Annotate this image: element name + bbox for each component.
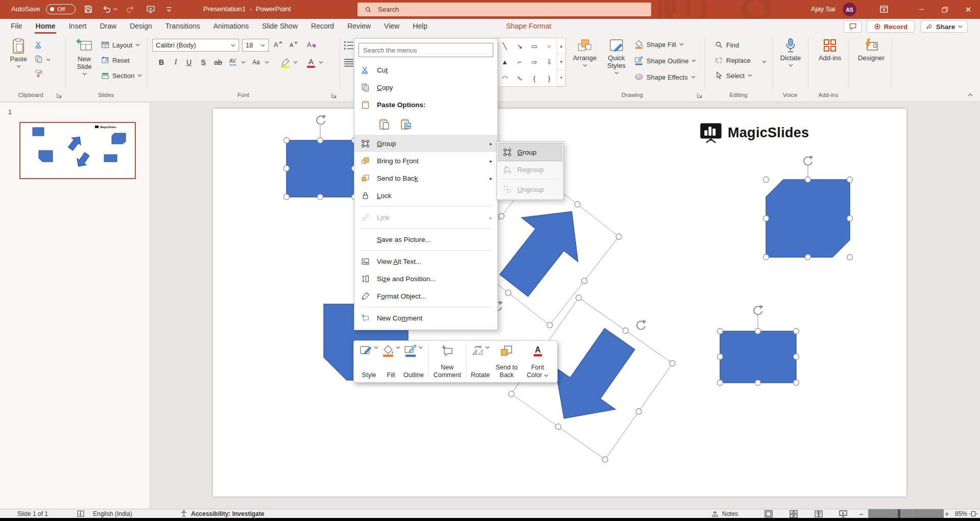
rotate-handle-icon[interactable] [754, 305, 763, 314]
font-name-select[interactable]: Calibri (Body) [152, 39, 239, 52]
rotate-handle-icon[interactable] [637, 320, 646, 329]
new-slide-button[interactable]: New Slide [70, 38, 98, 76]
user-name[interactable]: Ajay Sai [811, 5, 835, 13]
search-input[interactable]: Search [357, 3, 651, 16]
shape-gallery-item-4[interactable]: ▲ [497, 54, 512, 70]
tab-home[interactable]: Home [29, 19, 62, 34]
font-color-button[interactable]: A [305, 57, 317, 68]
character-spacing-button[interactable]: AV [229, 58, 239, 66]
submenu-item-regroup[interactable]: Regroup [498, 161, 562, 178]
section-button[interactable]: Section [101, 71, 142, 80]
rotate-handle-icon[interactable] [804, 156, 813, 165]
tab-help[interactable]: Help [406, 19, 434, 34]
restore-button[interactable] [933, 0, 957, 19]
tab-draw[interactable]: Draw [93, 19, 123, 34]
close-button[interactable]: ✕ [957, 0, 980, 19]
reset-button[interactable]: Reset [101, 56, 130, 64]
submenu-item-ungroup[interactable]: Ungroup [498, 181, 562, 198]
slide-thumbnail[interactable]: MagicSlides [19, 122, 136, 179]
menu-item-save-as-picture[interactable]: Save as Picture... [354, 231, 497, 248]
gallery-more-icon[interactable]: ▾ [557, 70, 565, 86]
menu-item-paste-options[interactable]: Paste Options: [354, 96, 497, 113]
text-highlight-button[interactable] [280, 57, 291, 68]
quick-styles-button[interactable]: Quick Styles [602, 38, 631, 75]
normal-view-button[interactable] [764, 509, 773, 518]
paste-picture-button[interactable] [398, 117, 413, 131]
rotate-handle-icon[interactable] [317, 115, 326, 124]
menu-item-bring-to-front[interactable]: Bring to Front▸ [354, 152, 497, 169]
shape-fill-button[interactable]: Shape Fill [634, 40, 684, 49]
select-button[interactable]: Select [715, 71, 752, 80]
gallery-up-icon[interactable]: ▲ [557, 38, 565, 54]
undo-icon[interactable] [102, 5, 111, 14]
zoom-level[interactable]: 85% [955, 509, 967, 518]
shape-outline-button[interactable]: Shape Outline [634, 56, 696, 65]
dictate-button[interactable]: Dictate [777, 38, 804, 67]
start-slideshow-icon[interactable] [146, 5, 155, 14]
replace-chevron-icon[interactable] [762, 60, 767, 63]
shape-gallery-item-7[interactable]: ⇩ [542, 54, 557, 70]
minimize-button[interactable] [910, 0, 933, 19]
tab-insert[interactable]: Insert [62, 19, 93, 34]
zoom-slider-thumb[interactable] [898, 509, 900, 518]
text-shadow-button[interactable]: S [198, 56, 208, 68]
zoom-slider-track[interactable] [868, 509, 944, 518]
comments-button[interactable] [844, 20, 862, 33]
arrange-button[interactable]: Arrange [571, 38, 599, 67]
mini-toolbar-outline-button[interactable]: Outline [402, 343, 425, 380]
strikethrough-button[interactable]: ab [211, 56, 225, 68]
mini-toolbar-style-button[interactable]: Style [358, 343, 380, 380]
change-case-button[interactable]: Aa [252, 58, 262, 66]
tab-shape-format[interactable]: Shape Format [499, 19, 558, 34]
menu-item-cut[interactable]: Cut [354, 61, 497, 79]
tab-transitions[interactable]: Transitions [159, 19, 207, 34]
bold-button[interactable]: B [156, 56, 166, 68]
record-button[interactable]: Record [867, 20, 915, 33]
shape-gallery-item-9[interactable]: ∿ [512, 70, 527, 86]
menu-search-input[interactable] [358, 43, 493, 57]
tab-animations[interactable]: Animations [207, 19, 255, 34]
menu-item-lock[interactable]: Lock [354, 187, 497, 204]
shape-gallery-item-6[interactable]: ⇨ [527, 54, 542, 70]
format-painter-button[interactable] [35, 69, 43, 78]
mini-toolbar-new-comment-button[interactable]: New Comment [432, 343, 463, 380]
cut-button[interactable] [35, 41, 43, 49]
zoom-out-button[interactable]: − [859, 509, 864, 518]
slide-indicator[interactable]: Slide 1 of 1 [17, 509, 48, 518]
tab-design[interactable]: Design [123, 19, 159, 34]
mini-toolbar-fill-button[interactable]: Fill [380, 343, 402, 380]
save-icon[interactable] [84, 5, 93, 14]
menu-item-format-object[interactable]: Format Object... [354, 287, 497, 305]
reading-view-button[interactable] [814, 509, 823, 518]
copy-chevron-icon[interactable] [46, 58, 51, 61]
menu-item-send-to-back[interactable]: Send to Back▸ [354, 169, 497, 187]
layout-button[interactable]: Layout [101, 41, 140, 49]
copy-button[interactable] [35, 55, 43, 63]
shape-gallery-item-0[interactable]: ╲ [497, 38, 512, 54]
font-dialog-launcher-icon[interactable] [331, 92, 337, 98]
fit-to-window-button[interactable] [969, 509, 977, 518]
mini-toolbar-font-color-button[interactable]: AFont Color [522, 343, 553, 380]
shape-gallery-item-1[interactable]: ↘ [512, 38, 527, 54]
paste-keep-source-button[interactable] [377, 117, 391, 131]
slide-sorter-view-button[interactable] [789, 509, 798, 518]
customize-toolbar-icon[interactable] [164, 5, 174, 14]
tab-file[interactable]: File [4, 19, 29, 34]
shape-effects-button[interactable]: Shape Effects [634, 72, 696, 82]
share-button[interactable]: Share [921, 20, 968, 33]
add-ins-button[interactable]: Add-ins [815, 38, 845, 62]
tab-slide-show[interactable]: Slide Show [255, 19, 304, 34]
shape-gallery-item-2[interactable]: ▭ [527, 38, 542, 54]
slide-shape-rectangle-1[interactable] [286, 140, 354, 197]
chevron-down-icon[interactable] [293, 61, 298, 64]
menu-item-link[interactable]: Link▸ [354, 209, 497, 226]
clear-formatting-button[interactable]: A [306, 40, 317, 48]
designer-button[interactable]: Designer [856, 38, 887, 62]
menu-item-size-and-position[interactable]: Size and Position... [354, 270, 497, 287]
font-size-select[interactable]: 18 [242, 39, 269, 52]
language-button[interactable]: English (India) [93, 509, 132, 518]
menu-item-group[interactable]: Group▸ [354, 135, 497, 152]
menu-item-new-comment[interactable]: New Comment [354, 309, 497, 327]
menu-item-view-alt-text[interactable]: View Alt Text... [354, 253, 497, 270]
autosave-toggle[interactable]: Off [46, 4, 76, 14]
